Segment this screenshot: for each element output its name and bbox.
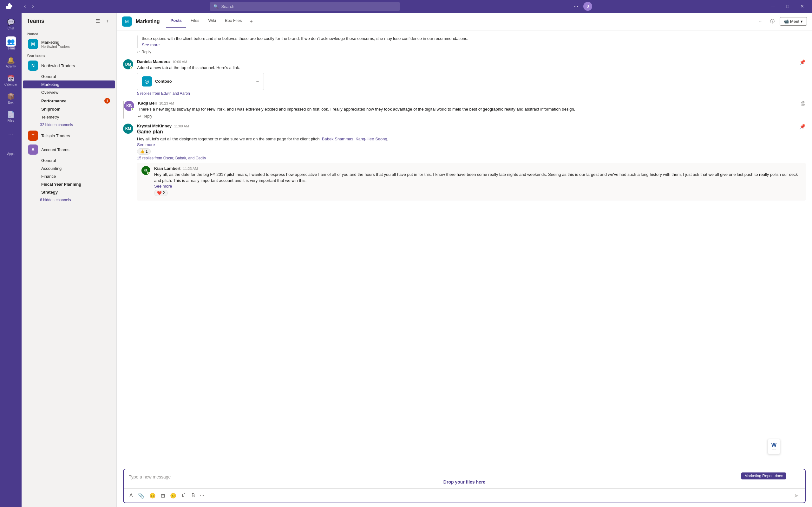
msg-text-krystal: Hey all, let's get all the designers tog… xyxy=(137,136,796,142)
team-item-tailspin[interactable]: T Tailspin Traders ··· xyxy=(23,129,115,143)
online-indicator-kadji xyxy=(131,108,134,111)
format-button[interactable]: A xyxy=(128,491,135,500)
maximize-button[interactable]: □ xyxy=(780,0,795,13)
channel-marketing[interactable]: Marketing xyxy=(23,80,115,89)
sticker-button[interactable]: 🙂 xyxy=(168,491,178,500)
channel-info-button[interactable]: ⓘ xyxy=(768,17,777,26)
see-more-kian[interactable]: See more xyxy=(154,184,172,188)
channel-finance[interactable]: Finance xyxy=(23,172,115,180)
pinned-team-avatar: M xyxy=(28,39,38,49)
channel-more-button[interactable]: ··· xyxy=(756,17,765,26)
pin-action-daniela[interactable]: 📌 xyxy=(799,59,806,90)
see-more-partial[interactable]: See more xyxy=(142,43,159,47)
linked-card-more-icon[interactable]: ··· xyxy=(256,79,259,83)
forward-button[interactable]: › xyxy=(30,2,36,10)
reactions-krystal: 👍 1 xyxy=(137,148,796,155)
file-chip: Marketing Report.docx xyxy=(741,472,786,480)
tab-files[interactable]: Files xyxy=(186,15,204,27)
sidebar-item-files[interactable]: 📄 Files xyxy=(2,108,20,125)
account-teams-info: Account Teams xyxy=(41,147,106,152)
linked-card-contoso[interactable]: ◎ Contoso ··· xyxy=(137,73,264,90)
channel-avatar: M xyxy=(122,16,132,26)
mention-babek[interactable]: Babek Shammas xyxy=(322,136,353,141)
thread-indicator-daniela[interactable]: 5 replies from Edwin and Aaron xyxy=(137,91,806,96)
channel-strategy[interactable]: Strategy xyxy=(23,188,115,196)
apps-label: Apps xyxy=(7,152,14,156)
attach-button[interactable]: 📎 xyxy=(136,491,146,500)
tab-posts[interactable]: Posts xyxy=(166,15,186,27)
schedule-button[interactable]: 🗓 xyxy=(180,491,189,500)
reply-button-partial[interactable]: ↩ Reply xyxy=(137,50,151,54)
reply-icon: ↩ xyxy=(137,50,140,54)
meet-button[interactable]: 📹 Meet ▾ xyxy=(780,17,807,26)
sidebar-item-teams[interactable]: 👥 Teams xyxy=(2,34,20,53)
account-hidden-channels[interactable]: 6 hidden channels xyxy=(21,196,116,204)
channel-overview[interactable]: Overview xyxy=(23,89,115,96)
channel-general-account[interactable]: General xyxy=(23,157,115,164)
team-item-northwind[interactable]: N Northwind Traders ··· xyxy=(23,59,115,72)
mention-action-kadji[interactable]: @ xyxy=(801,101,806,112)
msg-time-daniela: 10:00 AM xyxy=(172,60,187,64)
search-input[interactable] xyxy=(221,4,396,9)
message-row-kadji: KB Kadji Bell 10:23 AM There's a new dig… xyxy=(124,101,806,112)
pinned-team-item[interactable]: M Marketing Northwind Traders xyxy=(23,37,115,51)
northwind-hidden-channels[interactable]: 32 hidden channels xyxy=(21,121,116,129)
pin-action-krystal[interactable]: 📌 xyxy=(799,124,806,155)
channel-header-actions: ··· ⓘ 📹 Meet ▾ xyxy=(756,17,807,26)
channel-fiscal-year[interactable]: Fiscal Year Planning xyxy=(23,180,115,188)
close-button[interactable]: ✕ xyxy=(795,0,809,13)
sidebar-item-apps[interactable]: ⋯ Apps xyxy=(2,141,20,158)
msg-header-krystal: Krystal McKinney 11:00 AM xyxy=(137,124,796,128)
add-tab-button[interactable]: ＋ xyxy=(246,15,256,27)
send-button[interactable]: ➤ xyxy=(792,491,801,501)
more-apps-button[interactable]: ··· xyxy=(6,128,16,141)
online-indicator-daniela xyxy=(130,66,133,69)
channel-telemetry[interactable]: Telemetry xyxy=(23,113,115,121)
drop-zone[interactable]: Type a new message Marketing Report.docx… xyxy=(124,469,805,488)
tab-box-files[interactable]: Box Files xyxy=(220,15,246,27)
see-more-krystal[interactable]: See more xyxy=(137,142,155,147)
input-placeholder: Type a new message xyxy=(129,474,800,480)
back-button[interactable]: ‹ xyxy=(21,2,28,10)
reply-button-kadji[interactable]: ↩ Reply xyxy=(138,114,152,118)
channel-performance[interactable]: Performance 1 xyxy=(23,96,115,105)
tab-wiki[interactable]: Wiki xyxy=(204,15,220,27)
box-label: Box xyxy=(8,101,13,104)
message-group-kadji: KB Kadji Bell 10:23 AM There's a new dig… xyxy=(123,101,806,119)
apps-button[interactable]: ⊞ xyxy=(159,491,167,500)
reply-label-kadji: Reply xyxy=(142,114,152,118)
channel-accounting[interactable]: Accounting xyxy=(23,164,115,172)
nested-reply-kian: KL Kian Lambert 11:23 AM Hey all, as the… xyxy=(137,163,806,201)
sidebar-item-activity[interactable]: 🔔 Activity xyxy=(2,54,20,71)
team-item-account-teams[interactable]: A Account Teams ··· xyxy=(23,143,115,157)
northwind-name: Northwind Traders xyxy=(41,63,106,68)
contoso-icon: ◎ xyxy=(142,76,152,87)
box-toolbar-button[interactable]: B xyxy=(190,491,197,500)
more-options-button[interactable]: ··· xyxy=(571,2,581,11)
apps-icon: ⋯ xyxy=(8,144,14,152)
drop-label: Drop your files here xyxy=(129,480,800,485)
heart-reaction[interactable]: ❤️ 2 xyxy=(154,190,168,196)
northwind-avatar: N xyxy=(28,60,38,71)
emoji-button[interactable]: 😊 xyxy=(148,491,158,500)
sidebar-item-box[interactable]: 📦 Box xyxy=(2,90,20,107)
sidebar-item-chat[interactable]: 💬 Chat xyxy=(2,16,20,33)
channel-general-northwind[interactable]: General xyxy=(23,72,115,80)
message-group-partial: those options with the client before and… xyxy=(123,36,806,54)
partial-msg-text: those options with the client before and… xyxy=(142,36,468,41)
teams-add-button[interactable]: ＋ xyxy=(104,16,111,26)
sidebar-item-calendar[interactable]: 📅 Calendar xyxy=(2,72,20,89)
toolbar-more-button[interactable]: ··· xyxy=(198,491,206,500)
avatar[interactable]: U xyxy=(583,2,592,11)
thumbs-up-reaction[interactable]: 👍 1 xyxy=(137,148,151,155)
message-row-krystal: KM Krystal McKinney 11:00 AM Game plan H… xyxy=(123,124,806,155)
teams-title: Teams xyxy=(27,18,44,24)
mention-kanghee[interactable]: Kang-Hee Seong xyxy=(356,136,387,141)
teams-filter-button[interactable]: ☰ xyxy=(94,16,101,26)
minimize-button[interactable]: — xyxy=(766,0,780,13)
files-icon: 📄 xyxy=(7,111,15,118)
channel-shiproom[interactable]: Shiproom xyxy=(23,105,115,113)
box-icon: 📦 xyxy=(7,93,15,100)
files-label: Files xyxy=(7,119,14,122)
thread-indicator-krystal[interactable]: 15 replies from Oscar, Babak, and Cecily xyxy=(137,156,806,160)
